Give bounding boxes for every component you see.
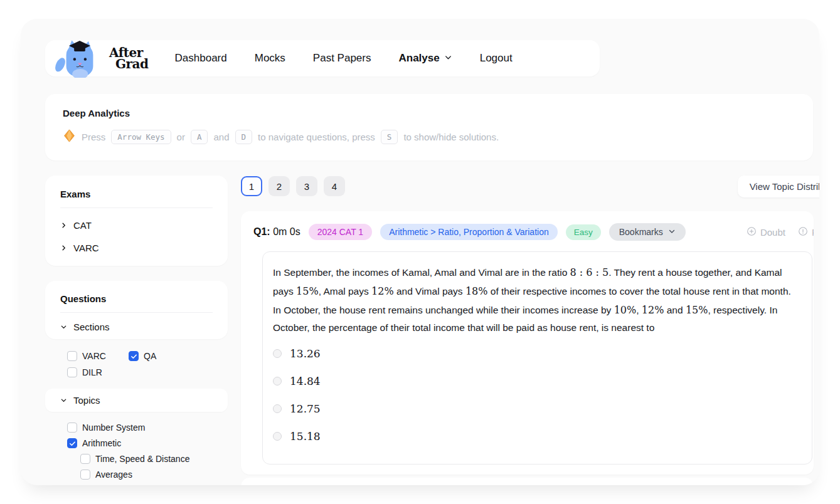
key-arrow-keys: Arrow Keys [111, 130, 171, 144]
exam-label: CAT [73, 220, 92, 231]
question-text-part: and [664, 305, 685, 315]
nav-past-papers[interactable]: Past Papers [313, 52, 371, 65]
checkbox[interactable] [80, 470, 90, 480]
checkbox[interactable] [129, 351, 139, 361]
question-math-part: 12% [642, 304, 664, 316]
hint-text: and [213, 132, 229, 142]
chevron-down-icon [60, 395, 67, 406]
section-checkbox-varc[interactable]: VARC [67, 351, 129, 361]
sections-accordion-toggle[interactable]: Sections [60, 322, 213, 332]
question-text-part: In September, the incomes of Kamal, Amal… [273, 267, 570, 278]
question-pager-row: 1 2 3 4 View Topic Distribution [241, 176, 819, 197]
questions-title: Questions [60, 293, 213, 304]
paper-badge[interactable]: 2024 CAT 1 [309, 224, 372, 240]
checkbox[interactable] [67, 351, 77, 361]
page-title: Deep Analytics [63, 108, 795, 118]
topic-badge[interactable]: Arithmetic > Ratio, Proportion & Variati… [380, 224, 558, 240]
section-checkbox-qa[interactable]: QA [129, 351, 228, 361]
checkbox[interactable] [80, 454, 90, 464]
topic-checkbox-arithmetic[interactable]: Arithmetic [67, 438, 228, 448]
checkbox-label: VARC [82, 351, 106, 361]
sidebar-item-cat[interactable]: CAT [60, 220, 213, 231]
topic-checkbox-time-speed-distance[interactable]: Time, Speed & Distance [80, 454, 228, 464]
hint-text: or [177, 132, 185, 142]
nav-dashboard[interactable]: Dashboard [175, 52, 227, 65]
deep-analytics-card: Deep Analytics Press Arrow Keys or A and… [45, 94, 813, 160]
answer-option-3[interactable]: 12.75 [273, 402, 797, 415]
topics-checkbox-group: Number System Arithmetic Time, Speed & D… [67, 423, 228, 480]
question-pager-4[interactable]: 4 [324, 176, 345, 196]
question-math-part: 10% [614, 304, 637, 316]
question-math-part: 15% [296, 285, 319, 297]
exam-label: VARC [73, 243, 99, 253]
doubt-label: Doubt [760, 227, 785, 238]
app-container: After Grad Dashboard Mocks Past Papers A… [21, 19, 819, 485]
question-number: Q1: [253, 226, 270, 237]
checkbox[interactable] [67, 423, 77, 433]
sidebar-item-varc[interactable]: VARC [60, 243, 213, 253]
difficulty-badge: Easy [566, 224, 601, 240]
topics-accordion-toggle[interactable]: Topics [45, 389, 228, 412]
question-text-part: , [636, 305, 642, 315]
keyboard-hint: Press Arrow Keys or A and D to navigate … [63, 129, 795, 144]
chevron-down-icon [60, 322, 67, 332]
checkbox[interactable] [67, 367, 77, 377]
nav-mocks[interactable]: Mocks [255, 52, 285, 65]
diamond-icon [63, 129, 76, 144]
radio-button[interactable] [273, 432, 282, 441]
bookmarks-dropdown[interactable]: Bookmarks [609, 223, 686, 241]
topic-checkbox-number-system[interactable]: Number System [67, 423, 228, 433]
chevron-down-icon [668, 227, 676, 237]
question-text: In September, the incomes of Kamal, Amal… [273, 263, 797, 337]
question-math-part: 15% [686, 304, 708, 316]
cat-mascot-icon [54, 39, 105, 78]
exams-title: Exams [60, 189, 213, 199]
radio-button[interactable] [273, 349, 282, 358]
option-label: 14.84 [290, 375, 321, 387]
checkbox[interactable] [67, 438, 77, 448]
nav-analyse[interactable]: Analyse [398, 52, 452, 65]
brand-logo[interactable]: After Grad [54, 39, 149, 78]
next-question-card-preview [241, 478, 814, 485]
option-label: 15.18 [290, 430, 321, 443]
checkbox-label: Time, Speed & Distance [95, 454, 189, 464]
sections-label: Sections [73, 322, 110, 332]
report-label: Report [812, 227, 814, 238]
top-navigation-bar: After Grad Dashboard Mocks Past Papers A… [45, 40, 600, 76]
divider [60, 207, 213, 208]
topic-checkbox-averages[interactable]: Averages [80, 470, 228, 480]
answer-option-4[interactable]: 15.18 [273, 430, 797, 443]
main-nav: Dashboard Mocks Past Papers Analyse Logo… [175, 52, 513, 65]
alert-circle-icon [798, 226, 808, 238]
chevron-down-icon [444, 52, 452, 65]
question-pager-2[interactable]: 2 [268, 176, 290, 196]
question-timer: 0m 0s [273, 226, 300, 237]
question-math-part: 12% [371, 285, 394, 297]
question-pager-1[interactable]: 1 [241, 176, 262, 196]
content-row: Exams CAT VARC Questions [45, 176, 819, 485]
nav-logout[interactable]: Logout [480, 52, 513, 65]
nav-analyse-label: Analyse [398, 52, 439, 65]
radio-button[interactable] [273, 377, 282, 386]
brand-wordmark: After Grad [109, 47, 149, 70]
section-checkbox-dilr[interactable]: DILR [67, 367, 129, 377]
question-text-part: and Vimal pays [394, 286, 465, 297]
radio-button[interactable] [273, 404, 282, 413]
view-topic-distribution-button[interactable]: View Topic Distribution [738, 176, 819, 197]
report-button[interactable]: Report [798, 226, 814, 238]
key-a: A [191, 130, 208, 144]
key-d: D [235, 130, 253, 144]
doubt-button[interactable]: Doubt [747, 226, 785, 238]
chevron-right-icon [60, 243, 67, 253]
hint-text: Press [82, 132, 105, 142]
answer-option-1[interactable]: 13.26 [273, 347, 797, 360]
question-pager-3[interactable]: 3 [296, 176, 317, 196]
option-label: 13.26 [290, 347, 321, 360]
answer-option-2[interactable]: 14.84 [273, 375, 797, 387]
exams-card: Exams CAT VARC [45, 176, 228, 266]
bookmarks-label: Bookmarks [619, 227, 663, 237]
checkbox-label: Averages [95, 470, 132, 480]
question-panel: 1 2 3 4 View Topic Distribution Q1: 0m 0… [241, 176, 819, 485]
questions-card: Questions Sections [45, 281, 228, 339]
topics-label: Topics [73, 395, 100, 406]
